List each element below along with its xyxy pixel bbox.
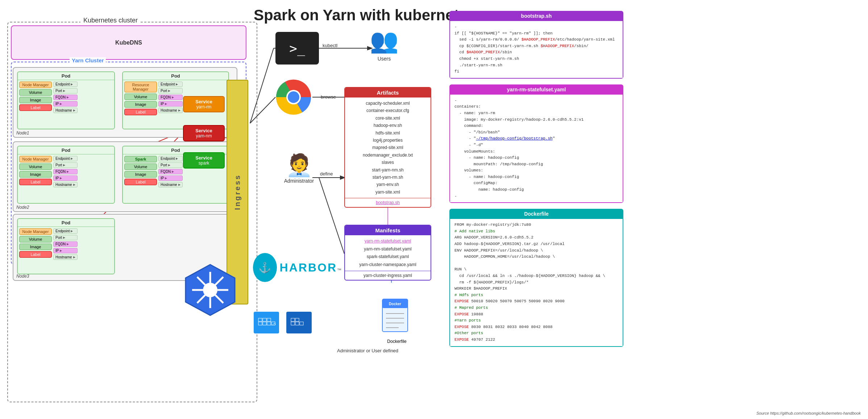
yr-line-6: - "-/tmp/hadoop-config/bootstrap.sh" <box>454 136 618 142</box>
artifacts-content: capacity-scheduler.xml container-executo… <box>345 98 431 198</box>
svg-rect-42 <box>295 318 299 321</box>
bootstrap-sh-panel: bootstrap.sh - if [[ "${HOSTNAME}" == "y… <box>449 11 623 79</box>
artifact-item-4: hadoop-env.sh <box>349 122 427 129</box>
yarn-rm-yaml-body: - containers: - name: yarn-rm image: my-… <box>449 95 623 203</box>
yr-line-2: - name: yarn-rm <box>454 110 618 117</box>
node2-label: Node2 <box>16 205 29 210</box>
node-manager-1: Node Manager <box>19 82 52 88</box>
artifact-item-3: core-site.xml <box>349 115 427 122</box>
dockerfile-panel: Dockerfile FROM my-docker-registry/jdk:7… <box>449 209 623 347</box>
users-label: Users <box>370 56 399 62</box>
volume-5: Volume <box>19 236 52 242</box>
admin-user-label: Administrator or User defined <box>337 348 398 353</box>
manifests-title: Manifests <box>345 225 431 235</box>
label-4: Label <box>124 179 157 185</box>
df-line-5: ENV HADOOP_PREFIX=/usr/local/hadoop \ <box>454 248 618 254</box>
pod2-left: Pod Node Manager Volume Image Label Endp… <box>17 146 115 204</box>
bs-line-4: cd $HADOOP_PREFIX/sbin <box>454 49 618 56</box>
endpoint-3: Endpoint <box>53 156 78 161</box>
spark-pod: Spark <box>124 156 157 162</box>
hostname-2: Hostname <box>158 108 183 113</box>
harbor-brand: HARBOR ™ <box>280 261 341 274</box>
yr-line-7: - "-d" <box>454 142 618 149</box>
artifact-item-2: container-executor.cfg <box>349 107 427 114</box>
bootstrap-sh-body: - if [[ "${HOSTNAME}" == "yarn-rm" ]]; t… <box>449 21 623 79</box>
port-2: Port <box>158 88 183 94</box>
svg-text:Docker: Docker <box>389 302 401 306</box>
df-line-19: EXPOSE 49707 2122 <box>454 337 618 343</box>
label-2: Label <box>124 109 157 115</box>
service-yarn-nm-sub: yarn-nm <box>188 133 220 138</box>
label-1: Label <box>19 104 52 111</box>
df-line-3: ARG HADOOP_VERSION=2.6.0-cdh5.5.2 <box>454 235 618 241</box>
df-line-8: RUN \ <box>454 266 618 273</box>
label-3: Label <box>19 179 52 185</box>
ip-2: IP <box>158 101 183 107</box>
manifest-item-4: yarn-cluster-namespace.yaml <box>349 261 427 269</box>
svg-rect-36 <box>258 322 262 325</box>
ip-4: IP <box>158 175 183 181</box>
volume-3: Volume <box>19 163 52 170</box>
yarn-rm-yaml-title: yarn-rm-statefulset.yaml <box>449 84 623 95</box>
right-panel: bootstrap.sh - if [[ "${HOSTNAME}" == "y… <box>449 11 623 353</box>
svg-rect-37 <box>263 322 266 325</box>
manifests-content: yarn-rm-statefulset.yaml yarn-nm-statefu… <box>345 235 431 271</box>
image-4: Image <box>124 171 157 178</box>
bs-line-3: cp $(CONFIG_DIR)/start-yarn-rm.sh $HADOO… <box>454 43 618 50</box>
yr-line-13: configMap: <box>454 180 618 187</box>
port-3: Port <box>53 162 78 168</box>
yr-line-8: volumeMounts: <box>454 149 618 155</box>
service-spark-sub: spark <box>188 161 220 166</box>
service-spark: Service spark <box>183 152 225 169</box>
svg-rect-44 <box>295 322 299 325</box>
endpoint-2: Endpoint <box>158 82 183 87</box>
kubernetes-cluster-label: Kubernetes cluster <box>80 17 141 24</box>
docker-row <box>254 312 312 333</box>
artifact-item-1: capacity-scheduler.xml <box>349 100 427 107</box>
port-4: Port <box>158 162 183 168</box>
svg-rect-40 <box>290 325 308 330</box>
bs-line-5: chmod +x start-yarn-rm.sh <box>454 56 618 62</box>
node1-label: Node1 <box>16 130 29 136</box>
artifact-item-6: log4j.properties <box>349 137 427 144</box>
source-footer: Source https://github.com/rootsongic/kub… <box>756 411 861 415</box>
yr-line-14: name: hadoop-config <box>454 187 618 193</box>
service-yarn-rm-title: Service <box>188 99 220 104</box>
image-3: Image <box>19 171 52 178</box>
k8s-logo-area <box>181 261 239 320</box>
yr-line-12: - name: hadoop-config <box>454 174 618 181</box>
bs-line-7: fi <box>454 69 618 75</box>
terminal-prompt: >_ <box>289 41 305 56</box>
volume-4: Volume <box>124 163 157 170</box>
yr-line-3: image: my-docker-registry/hadoop-2.6.0-c… <box>454 117 618 123</box>
yr-line-5: - "/bin/bash" <box>454 129 618 136</box>
manifest-item-2: yarn-nm-statefulset.yaml <box>349 245 427 253</box>
fqdn-4: FQDN <box>158 169 183 174</box>
manifests-footer: yarn-cluster-ingress.yaml <box>345 271 431 280</box>
port-1: Port <box>53 88 78 94</box>
chrome-area <box>275 79 315 119</box>
manifest-item-1: yarn-rm-statefulset.yaml <box>349 237 427 245</box>
df-line-13: EXPOSE 50010 50020 50070 50075 50090 802… <box>454 298 618 305</box>
svg-rect-38 <box>267 322 271 325</box>
df-line-4: ADD hadoop-${HADOOP_VERSION}.tar.gz /usr… <box>454 241 618 248</box>
yr-line-10: mountPath: /tmp/hadoop-config <box>454 161 618 168</box>
pod1-left: Pod Node Manager Volume Image Label Endp… <box>17 71 115 129</box>
yarn-cluster-label: Yarn Cluster <box>70 57 106 63</box>
node-manager-3: Node Manager <box>19 228 52 235</box>
svg-rect-45 <box>300 322 303 325</box>
df-line-10: rm -f ${HADOOP_PREFIX}/logs/* <box>454 279 618 286</box>
hostname-1: Hostname <box>53 108 78 113</box>
yr-line-11: volumes: <box>454 167 618 174</box>
df-line-16: #Yarn ports <box>454 318 618 324</box>
yr-line-0: - <box>454 98 618 104</box>
bs-line-2: sed -i s/yarn-rm/0.0.0.0/ $HADOOP_PREFIX… <box>454 37 618 43</box>
df-line-17: EXPOSE 8030 8031 8032 8033 8040 8042 808… <box>454 324 618 331</box>
ingress-label: Ingress <box>233 174 242 210</box>
endpoint-1: Endpoint <box>53 82 78 87</box>
page-title: Spark on Yarn with kubernetes <box>254 7 476 24</box>
admin-label: Administrator <box>275 178 323 184</box>
artifacts-box: Artifacts capacity-scheduler.xml contain… <box>344 87 431 208</box>
hostname-3: Hostname <box>53 182 78 187</box>
node3-label: Node3 <box>16 274 29 279</box>
